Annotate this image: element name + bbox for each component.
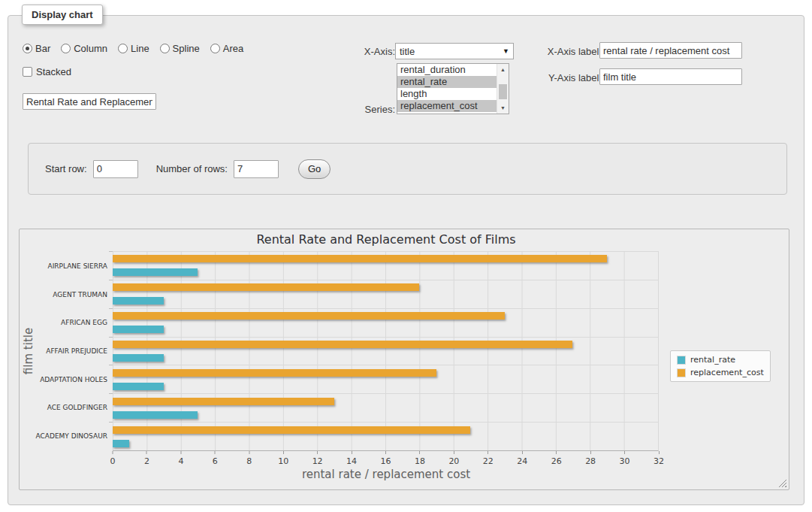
x-tick-mark (283, 451, 284, 454)
x-tick-label: 10 (278, 456, 288, 466)
chevron-down-icon: ▼ (503, 47, 509, 55)
x-tick-label: 2 (144, 456, 149, 466)
radio-icon[interactable] (118, 44, 128, 53)
x-tick-mark (454, 451, 454, 454)
legend-swatch (677, 368, 686, 377)
stacked-checkbox[interactable] (23, 67, 32, 77)
plot-area (113, 251, 659, 451)
category-row (113, 423, 658, 450)
row-range-panel: Start row: Number of rows: Go (28, 143, 787, 195)
x-tick-label: 22 (483, 456, 494, 466)
category-row (113, 365, 658, 394)
x-tick-label: 12 (312, 456, 323, 466)
x-tick-label: 26 (551, 456, 562, 466)
bar-rental_rate (113, 411, 198, 419)
x-tick-mark (590, 451, 591, 454)
x-tick: 18 (415, 451, 425, 466)
x-tick-label: 28 (585, 456, 596, 466)
bar-rental_rate (113, 440, 129, 447)
radio-label: Area (223, 43, 243, 54)
chart-title-input[interactable] (23, 93, 156, 110)
x-axis-select-label: X-Axis: (331, 46, 395, 57)
x-tick-label: 32 (654, 456, 664, 466)
bar-rental_rate (113, 383, 164, 390)
x-tick-mark (385, 451, 386, 454)
start-row-input[interactable] (93, 160, 138, 178)
category-row (113, 309, 658, 338)
go-button[interactable]: Go (298, 159, 331, 179)
x-tick-mark (146, 451, 147, 454)
legend-swatch (677, 356, 686, 365)
radio-label: Spline (173, 43, 200, 54)
legend-item-rental_rate[interactable]: rental_rate (677, 355, 764, 365)
bar-replacement_cost (113, 426, 470, 434)
series-option-rental_duration[interactable]: rental_duration (397, 64, 497, 76)
series-scrollbar[interactable]: ▲ ▼ (497, 64, 509, 114)
x-tick-label: 20 (448, 456, 459, 466)
stacked-label: Stacked (36, 66, 71, 77)
chart-title: Rental Rate and Replacement Cost of Film… (113, 232, 660, 247)
bar-replacement_cost (113, 398, 334, 405)
series-options: rental_durationrental_ratelengthreplacem… (397, 64, 509, 112)
x-axis-title: rental rate / replacement cost (113, 468, 660, 481)
stacked-option[interactable]: Stacked (23, 66, 71, 77)
chart-container: Rental Rate and Replacement Cost of Film… (19, 229, 789, 490)
radio-icon[interactable] (23, 44, 32, 53)
scrollbar-track[interactable] (497, 75, 509, 102)
chart-type-radio-spline[interactable]: Spline (160, 43, 200, 54)
radio-icon[interactable] (61, 44, 71, 53)
x-tick-mark (180, 451, 181, 454)
radio-label: Line (131, 43, 149, 54)
chart-type-radio-bar[interactable]: Bar (23, 43, 50, 54)
bar-replacement_cost (113, 312, 505, 320)
x-tick: 4 (178, 451, 183, 466)
x-tick-label: 18 (415, 456, 425, 466)
bar-replacement_cost (113, 255, 607, 262)
x-tick-mark (659, 451, 660, 454)
x-tick: 8 (246, 451, 252, 466)
x-tick: 32 (654, 451, 664, 466)
bar-replacement_cost (113, 283, 419, 291)
chart-type-radio-column[interactable]: Column (61, 43, 107, 54)
radio-icon[interactable] (160, 44, 170, 53)
chart-legend: rental_ratereplacement_cost (670, 350, 771, 382)
chart-type-radio-line[interactable]: Line (118, 43, 149, 54)
series-listbox[interactable]: rental_durationrental_ratelengthreplacem… (397, 63, 509, 114)
number-of-rows-input[interactable] (234, 160, 279, 178)
y-axis-label-input[interactable] (599, 68, 742, 85)
resize-grip-icon[interactable] (778, 479, 786, 487)
category-row (113, 338, 658, 366)
x-axis-label-input[interactable] (599, 42, 742, 59)
x-tick-mark (317, 451, 318, 454)
scrollbar-thumb[interactable] (499, 84, 507, 99)
series-option-replacement_cost[interactable]: replacement_cost (397, 100, 497, 112)
radio-label: Column (74, 43, 107, 54)
x-tick-mark (249, 451, 249, 454)
scroll-down-icon[interactable]: ▼ (497, 102, 509, 114)
x-tick: 24 (517, 451, 527, 466)
category-label: ACADEMY DINOSAUR (35, 422, 107, 450)
series-option-rental_rate[interactable]: rental_rate (397, 76, 497, 88)
number-of-rows-label: Number of rows: (156, 163, 228, 174)
bar-rental_rate (113, 354, 164, 362)
y-axis-labels: AIRPLANE SIERRAAGENT TRUMANAFRICAN EGGAF… (35, 252, 107, 450)
legend-label: rental_rate (690, 355, 735, 365)
x-axis-selected-value: title (400, 46, 415, 57)
scroll-up-icon[interactable]: ▲ (497, 64, 509, 75)
category-label: AIRPLANE SIERRA (35, 252, 107, 280)
x-tick-mark (113, 451, 113, 454)
x-tick: 0 (110, 451, 116, 466)
display-chart-panel: Display chart BarColumnLineSplineArea St… (8, 15, 804, 505)
radio-icon[interactable] (210, 44, 220, 53)
x-tick: 16 (381, 451, 391, 466)
x-tick: 6 (213, 451, 218, 466)
series-option-length[interactable]: length (397, 88, 497, 100)
legend-item-replacement_cost[interactable]: replacement_cost (677, 368, 764, 377)
x-tick: 14 (346, 451, 357, 466)
x-tick-label: 4 (178, 456, 183, 466)
category-label: ADAPTATION HOLES (35, 365, 107, 394)
chart-type-radio-area[interactable]: Area (210, 43, 243, 54)
x-tick: 20 (448, 451, 459, 466)
x-axis-select[interactable]: title ▼ (395, 43, 514, 59)
x-tick-label: 30 (620, 456, 630, 466)
